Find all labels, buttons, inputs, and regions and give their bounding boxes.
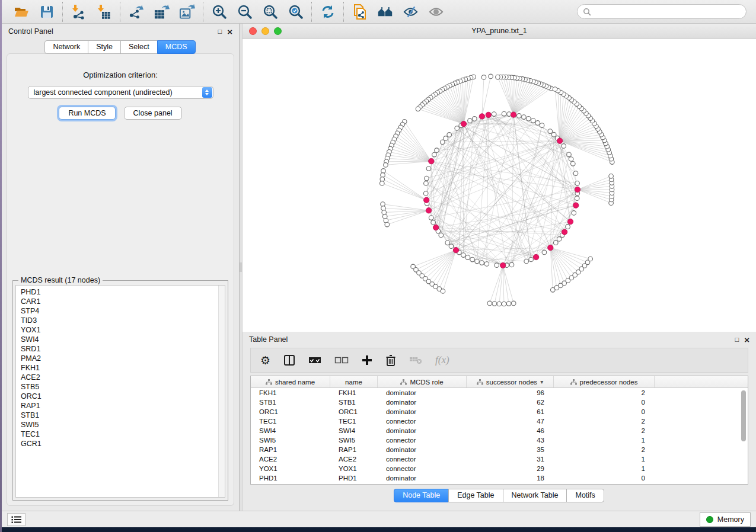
select-all-icon[interactable] [308,353,321,367]
export-image-icon[interactable] [179,4,195,20]
mcds-result-item[interactable]: STB1 [21,411,220,420]
zoom-fit-icon[interactable] [262,4,278,20]
mcds-result-item[interactable]: SWI5 [21,420,220,430]
column-header-MCDS-role[interactable]: MCDS role [378,376,467,387]
eye-icon[interactable] [428,4,444,20]
tab-select[interactable]: Select [120,40,158,54]
zoom-in-icon[interactable] [211,4,227,20]
table-row[interactable]: FKH1FKH1dominator962 [251,388,748,398]
table-cell: 35 [467,445,554,454]
export-table-icon[interactable] [154,4,170,20]
table-cell: YOX1 [251,464,330,473]
table-cell: 31 [467,454,554,464]
refresh-icon[interactable] [320,4,336,20]
table-row[interactable]: RAP1RAP1dominator352 [251,445,748,454]
tab-mcds[interactable]: MCDS [157,40,196,54]
eye-slash-icon[interactable] [403,4,419,20]
float-table-panel-icon[interactable]: □ [735,336,739,343]
search-input[interactable] [577,4,747,19]
mcds-result-item[interactable]: CAR1 [21,297,220,306]
tab-motifs[interactable]: Motifs [566,489,604,502]
network-window-titlebar[interactable]: YPA_prune.txt_1 [243,24,756,39]
table-scrollbar[interactable] [741,390,747,479]
delete-table-icon[interactable] [409,353,422,367]
function-icon[interactable]: f(x) [435,353,449,367]
table-row[interactable]: TEC1TEC1connector472 [251,416,748,426]
export-network-icon[interactable] [128,4,144,20]
network-graph[interactable] [243,39,756,332]
tab-node-table[interactable]: Node Table [394,489,449,502]
mcds-result-item[interactable]: TID3 [21,316,220,325]
table-cell: dominator [378,426,467,435]
mcds-result-item[interactable]: SRD1 [21,344,220,354]
criterion-value: largest connected component (undirected) [34,88,173,97]
table-row[interactable]: STB1STB1dominator620 [251,398,748,407]
houses-icon[interactable] [377,4,393,20]
tab-network[interactable]: Network [44,40,88,54]
mcds-result-item[interactable]: GCR1 [21,439,220,448]
mcds-result-item[interactable]: TEC1 [21,430,220,439]
table-cell: 29 [467,464,554,473]
zoom-selected-icon[interactable] [288,4,304,20]
tab-edge-table[interactable]: Edge Table [448,489,503,502]
delete-icon[interactable] [385,353,396,367]
table-cell: FKH1 [330,388,378,398]
mcds-result-list[interactable]: PHD1CAR1STP4TID3YOX1SWI4SRD1PMA2FKH1ACE2… [15,285,225,498]
column-header-successor-nodes[interactable]: successor nodes▾ [467,376,554,387]
window-maximize-icon[interactable] [274,27,282,35]
mcds-result-item[interactable]: SWI4 [21,335,220,344]
table-row[interactable]: ACE2ACE2connector311 [251,454,748,464]
tab-style[interactable]: Style [88,40,121,54]
zoom-out-icon[interactable] [237,4,253,20]
mcds-result-item[interactable]: RAP1 [21,401,220,411]
window-close-icon[interactable] [249,27,257,35]
float-panel-icon[interactable]: □ [218,28,222,35]
mcds-result-item[interactable]: FKH1 [21,363,220,373]
mcds-result-item[interactable]: YOX1 [21,325,220,335]
gear-icon[interactable]: ⚙ [260,353,270,367]
search-field[interactable] [594,8,741,16]
table-cell: 0 [554,473,655,483]
mcds-list-scrollbar[interactable] [218,286,225,497]
table-row[interactable]: SWI4SWI4dominator462 [251,426,748,435]
mcds-result-item[interactable]: PMA2 [21,354,220,363]
column-header-predecessor-nodes[interactable]: predecessor nodes [554,376,655,387]
add-icon[interactable] [362,353,372,367]
mcds-result-item[interactable]: PHD1 [21,287,220,297]
window-minimize-icon[interactable] [261,27,269,35]
table-cell: 0 [554,398,655,407]
sort-caret-icon: ▾ [540,379,543,385]
table-row[interactable]: ORC1ORC1dominator610 [251,407,748,416]
table-cell: connector [378,435,467,445]
columns-icon[interactable] [283,353,295,367]
table-cell: 0 [554,407,655,416]
criterion-select[interactable]: largest connected component (undirected) [28,86,213,99]
splitter-handle-icon[interactable] [240,262,242,272]
close-table-panel-icon[interactable]: × [744,335,749,344]
memory-button[interactable]: Memory [700,512,751,527]
import-network-icon[interactable] [71,4,87,20]
deselect-all-icon[interactable] [334,353,349,367]
close-panel-button[interactable]: Close panel [124,107,182,120]
import-table-icon[interactable] [96,4,112,20]
table-row[interactable]: SWI5SWI5connector431 [251,435,748,445]
open-folder-icon[interactable] [13,4,29,20]
task-history-button[interactable] [7,513,25,526]
run-mcds-button[interactable]: Run MCDS [59,107,115,120]
table-cell: STB1 [251,398,330,407]
save-icon[interactable] [39,4,55,20]
column-header-name[interactable]: name [330,376,378,387]
network-canvas[interactable] [243,39,756,332]
close-panel-icon[interactable]: × [227,27,232,36]
table-body: FKH1FKH1dominator962STB1STB1dominator620… [251,388,748,484]
clone-network-icon[interactable] [352,4,368,20]
table-row[interactable]: PHD1PHD1dominator180 [251,473,748,483]
mcds-result-item[interactable]: STP4 [21,306,220,316]
table-row[interactable]: YOX1YOX1connector291 [251,464,748,473]
mcds-result-item[interactable]: STB5 [21,382,220,392]
mcds-result-item[interactable]: ACE2 [21,373,220,382]
mcds-result-item[interactable]: ORC1 [21,392,220,401]
table-scrollbar-thumb[interactable] [741,390,746,441]
tab-network-table[interactable]: Network Table [503,489,567,502]
column-header-shared-name[interactable]: shared name [251,376,330,387]
